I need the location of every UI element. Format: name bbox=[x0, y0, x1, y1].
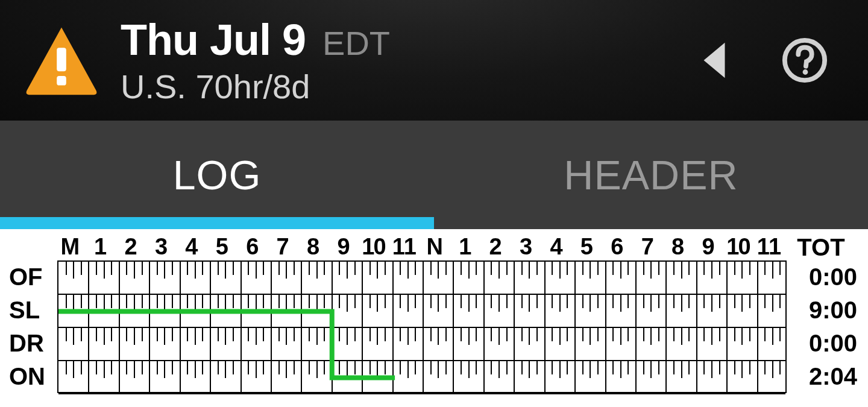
tab-bar: LOG HEADER bbox=[0, 121, 868, 229]
ruleset-label: U.S. 70hr/8d bbox=[121, 67, 390, 106]
hour-tick-label: 7 bbox=[267, 234, 297, 258]
grid-row bbox=[58, 361, 785, 394]
date-label: Thu Jul 9 bbox=[121, 15, 306, 65]
hour-tick-label: 4 bbox=[176, 234, 206, 258]
svg-rect-1 bbox=[57, 76, 66, 86]
tab-log[interactable]: LOG bbox=[0, 121, 434, 229]
hour-tick-label: 11 bbox=[753, 234, 784, 258]
hour-tick-label: 6 bbox=[602, 234, 632, 258]
hour-tick-label: 10 bbox=[358, 234, 388, 258]
status-label-of: OF bbox=[9, 260, 51, 294]
hour-tick-label: 1 bbox=[449, 234, 479, 258]
timezone-label: EDT bbox=[322, 24, 390, 63]
status-label-sl: SL bbox=[9, 294, 51, 327]
hour-tick-label: 9 bbox=[328, 234, 358, 258]
status-total-of: 0:00 bbox=[785, 260, 857, 294]
hour-tick-label: 8 bbox=[297, 234, 327, 258]
svg-point-3 bbox=[803, 69, 808, 75]
title-block: Thu Jul 9 EDT U.S. 70hr/8d bbox=[121, 15, 390, 106]
hour-tick-label: 11 bbox=[389, 234, 419, 258]
hour-tick-label: 2 bbox=[480, 234, 510, 258]
svg-rect-0 bbox=[57, 48, 66, 71]
hour-tick-label: M bbox=[54, 234, 84, 258]
hour-scale: M1234567891011N1234567891011 bbox=[54, 234, 784, 258]
status-total-sl: 9:00 bbox=[785, 294, 857, 327]
hour-tick-label: 1 bbox=[84, 234, 115, 258]
app-header: Thu Jul 9 EDT U.S. 70hr/8d bbox=[0, 0, 868, 121]
grid-row bbox=[58, 328, 785, 361]
back-arrow-icon bbox=[693, 39, 735, 81]
status-row-totals: 0:009:000:002:04 bbox=[785, 260, 857, 393]
help-icon bbox=[781, 37, 828, 84]
tab-header-label: HEADER bbox=[564, 151, 738, 198]
grid-row bbox=[58, 262, 785, 295]
warning-icon bbox=[19, 18, 104, 103]
tab-log-label: LOG bbox=[173, 151, 262, 198]
hour-tick-label: 6 bbox=[237, 234, 267, 258]
hour-tick-label: 2 bbox=[115, 234, 145, 258]
hour-tick-label: 8 bbox=[662, 234, 692, 258]
hour-tick-label: 3 bbox=[145, 234, 175, 258]
hos-grid[interactable] bbox=[57, 260, 787, 393]
hour-tick-label: 5 bbox=[571, 234, 601, 258]
status-total-dr: 0:00 bbox=[785, 327, 857, 360]
hour-tick-label: 4 bbox=[541, 234, 571, 258]
hour-tick-label: N bbox=[419, 234, 449, 258]
grid-row bbox=[58, 295, 785, 328]
hos-chart: M1234567891011N1234567891011 TOT OFSLDRO… bbox=[0, 229, 868, 407]
status-total-on: 2:04 bbox=[785, 360, 857, 393]
hour-tick-label: 5 bbox=[206, 234, 236, 258]
hour-tick-label: 9 bbox=[693, 234, 723, 258]
help-button[interactable] bbox=[778, 33, 832, 87]
back-button[interactable] bbox=[687, 33, 741, 87]
hour-tick-label: 10 bbox=[723, 234, 753, 258]
tab-header[interactable]: HEADER bbox=[434, 121, 868, 229]
status-label-dr: DR bbox=[9, 327, 51, 360]
total-column-label: TOT bbox=[785, 234, 857, 261]
hour-tick-label: 3 bbox=[510, 234, 540, 258]
hour-tick-label: 7 bbox=[632, 234, 662, 258]
status-row-labels: OFSLDRON bbox=[9, 260, 51, 393]
status-label-on: ON bbox=[9, 360, 51, 393]
